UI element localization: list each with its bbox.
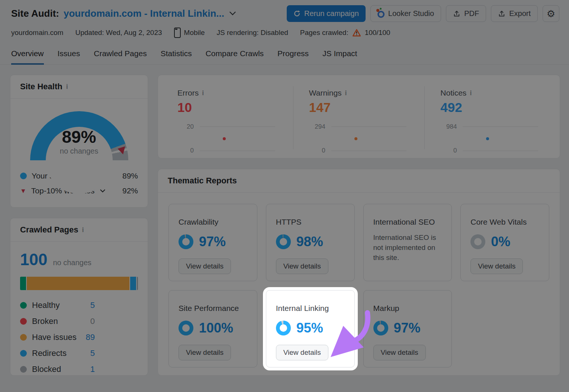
- tab-statistics[interactable]: Statistics: [161, 49, 192, 64]
- page-title: Site Audit: yourdomain.com - Internal Li…: [11, 8, 236, 19]
- international-seo-note: International SEO is not implemented on …: [373, 233, 442, 263]
- orange-dot-icon: [20, 334, 27, 341]
- view-details-button[interactable]: View details: [470, 258, 523, 274]
- view-details-button[interactable]: View details: [276, 258, 328, 274]
- thematic-card-international-seo: International SEO International SEO is n…: [363, 204, 452, 281]
- legend-row: Blocked 1: [20, 364, 138, 374]
- looker-studio-icon: [377, 11, 385, 18]
- tab-js-impact[interactable]: JS Impact: [322, 49, 357, 64]
- warnings-count[interactable]: 147: [309, 101, 409, 114]
- project-selector-link[interactable]: yourdomain.com - Internal Linkin...: [64, 8, 224, 19]
- header: Site Audit: yourdomain.com - Internal Li…: [0, 0, 569, 38]
- thematic-card-core-web-vitals: Core Web Vitals 0% View details: [460, 204, 549, 281]
- site-health-change: no changes: [30, 147, 128, 155]
- legend-row: Healthy 5: [20, 301, 138, 310]
- crawled-pages-legend: Healthy 5 Broken 0 Have issues 89: [20, 301, 138, 374]
- overview-content: Site Health i 89% no changes Your site: [0, 65, 569, 376]
- warning-triangle-icon: [353, 29, 361, 36]
- notices-sparkline: 984 0: [440, 126, 540, 151]
- errors-sparkline: 20 0: [177, 126, 277, 151]
- site-health-card: Site Health i 89% no changes Your site: [10, 75, 148, 208]
- red-triangle-icon: ▼: [20, 188, 26, 194]
- blue-dot-icon: [20, 173, 27, 179]
- thematic-card-site-performance: Site Performance 100% View details: [168, 290, 257, 367]
- rerun-campaign-button[interactable]: Rerun campaign: [287, 5, 366, 22]
- meta-domain: yourdomain.com: [11, 29, 63, 37]
- crawled-pages-total: 100: [20, 251, 47, 268]
- thematic-card-crawlability: Crawlability 97% View details: [168, 204, 257, 281]
- upload-icon: [498, 10, 505, 17]
- site-health-value: 89%: [30, 128, 128, 145]
- blue-dot-icon: [20, 350, 27, 357]
- site-health-gauge: 89% no changes: [30, 111, 128, 163]
- tab-progress[interactable]: Progress: [277, 49, 309, 64]
- score-ring-icon: [276, 234, 291, 249]
- thematic-reports-title: Thematic Reports: [168, 176, 237, 186]
- thematic-reports-card: Thematic Reports Crawlability 97% View d…: [158, 169, 560, 376]
- info-icon[interactable]: i: [66, 83, 68, 91]
- report-tabs: Overview Issues Crawled Pages Statistics…: [0, 49, 569, 65]
- data-point-dot: [223, 137, 226, 140]
- tab-crawled-pages[interactable]: Crawled Pages: [94, 49, 147, 64]
- tab-compare-crawls[interactable]: Compare Crawls: [206, 49, 264, 64]
- meta-js-rendering: JS rendering: Disabled: [217, 29, 288, 37]
- score-ring-icon: [276, 321, 291, 335]
- thematic-grid: Crawlability 97% View details HTTPS 98%: [158, 193, 560, 379]
- bar-segment-redirects: [130, 277, 136, 290]
- errors-count[interactable]: 10: [177, 101, 277, 114]
- bar-segment-have-issues: [27, 277, 130, 290]
- crawled-pages-title: Crawled Pages: [20, 225, 78, 235]
- tab-overview[interactable]: Overview: [11, 49, 44, 64]
- page-title-prefix: Site Audit:: [11, 8, 59, 19]
- data-point-dot: [486, 137, 489, 140]
- legend-row: Redirects 5: [20, 348, 138, 358]
- upload-icon: [453, 10, 460, 17]
- refresh-icon: [293, 10, 300, 17]
- bar-segment-healthy: [20, 277, 26, 290]
- thematic-card-markup: Markup 97% View details: [363, 290, 452, 367]
- thematic-card-https: HTTPS 98% View details: [266, 204, 355, 281]
- score-ring-icon: [179, 234, 193, 249]
- red-dot-icon: [20, 318, 27, 325]
- thematic-card-internal-linking: Internal Linking 95% View details: [266, 290, 355, 367]
- green-dot-icon: [20, 302, 27, 309]
- legend-row: Broken 0: [20, 317, 138, 326]
- looker-studio-button[interactable]: Looker Studio: [370, 5, 441, 22]
- view-details-button[interactable]: View details: [179, 258, 231, 274]
- meta-device: Mobile: [174, 28, 205, 38]
- chevron-down-icon[interactable]: [229, 12, 236, 16]
- errors-column: Errors i 10 20 0: [162, 86, 293, 149]
- pdf-button[interactable]: PDF: [446, 5, 486, 22]
- right-column: Errors i 10 20 0 Warnings i: [158, 75, 560, 376]
- info-icon[interactable]: i: [82, 226, 84, 234]
- legend-row: Have issues 89: [20, 332, 138, 342]
- view-details-button[interactable]: View details: [276, 345, 328, 360]
- issues-summary-card: Errors i 10 20 0 Warnings i: [158, 75, 560, 158]
- info-icon[interactable]: i: [202, 89, 204, 97]
- data-point-dot: [354, 137, 357, 140]
- score-ring-icon: [470, 234, 485, 249]
- gray-dot-icon: [20, 366, 27, 373]
- left-column: Site Health i 89% no changes Your site: [10, 75, 148, 376]
- view-details-button[interactable]: View details: [373, 345, 426, 360]
- warnings-column: Warnings i 147 294 0: [293, 86, 425, 149]
- meta-updated: Updated: Wed, Aug 2, 2023: [75, 29, 162, 37]
- site-health-title: Site Health: [20, 82, 62, 91]
- info-icon[interactable]: i: [470, 89, 472, 97]
- notices-count[interactable]: 492: [440, 101, 540, 114]
- campaign-meta: yourdomain.com Updated: Wed, Aug 2, 2023…: [11, 28, 559, 38]
- warnings-sparkline: 294 0: [309, 126, 409, 151]
- info-icon[interactable]: i: [345, 89, 347, 97]
- tab-issues[interactable]: Issues: [58, 49, 80, 64]
- crawled-pages-change: no changes: [53, 258, 91, 267]
- meta-pages-crawled: Pages crawled: 100/100: [300, 29, 390, 37]
- site-audit-page: Site Audit: yourdomain.com - Internal Li…: [0, 0, 569, 392]
- settings-button[interactable]: ⚙: [543, 5, 559, 22]
- export-button[interactable]: Export: [491, 5, 538, 22]
- gear-icon: ⚙: [547, 9, 555, 19]
- score-ring-icon: [179, 321, 193, 335]
- crawled-pages-card: Crawled Pages i 100 no changes Healthy 5: [10, 218, 148, 376]
- score-ring-icon: [373, 321, 388, 335]
- mobile-phone-icon: [174, 28, 181, 38]
- view-details-button[interactable]: View details: [179, 345, 231, 360]
